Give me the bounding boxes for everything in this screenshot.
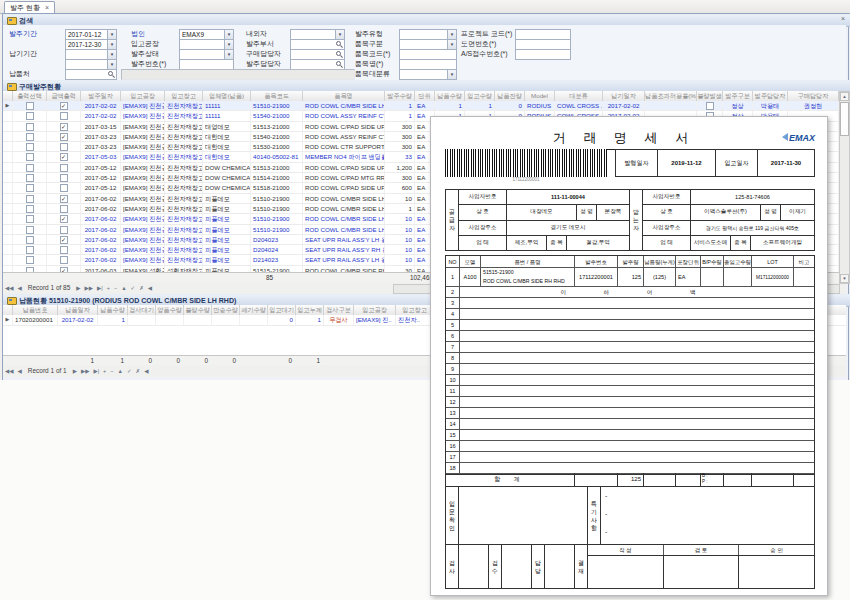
column-header[interactable]: 납품초과허용률(%): [645, 91, 697, 101]
scroll-thumb[interactable]: [840, 102, 849, 136]
column-header[interactable]: 발주구분: [723, 91, 753, 101]
nav-ok-icon[interactable]: ✓: [127, 366, 132, 377]
nav-plus-icon[interactable]: +: [107, 283, 110, 294]
checkbox[interactable]: [26, 256, 34, 264]
checkbox[interactable]: [60, 246, 68, 254]
scroll-up-icon[interactable]: ▲: [840, 92, 849, 101]
nav-plus-icon[interactable]: +: [103, 366, 106, 377]
checkbox[interactable]: [60, 256, 68, 264]
column-header[interactable]: 입고공장: [121, 91, 165, 101]
nav-last-icon[interactable]: ▶|: [93, 366, 99, 377]
column-header[interactable]: 검사대기: [128, 305, 156, 315]
checkbox[interactable]: ✓: [60, 153, 68, 161]
dropdown-icon[interactable]: ▾: [224, 40, 233, 49]
nav-left-icon[interactable]: ◀: [148, 283, 152, 294]
dropdown-icon[interactable]: ▾: [335, 30, 344, 39]
checkbox[interactable]: [60, 226, 68, 234]
column-header[interactable]: 납품수량: [435, 91, 465, 101]
dropdown-icon[interactable]: ▾: [107, 30, 116, 39]
checkbox[interactable]: [26, 133, 34, 141]
column-header[interactable]: 납기일자: [603, 91, 645, 101]
panel-close-icon[interactable]: ×: [841, 15, 845, 22]
column-header[interactable]: 출력선택: [13, 91, 47, 101]
column-header[interactable]: [3, 305, 13, 315]
dropdown-icon[interactable]: ▾: [224, 30, 233, 39]
column-header[interactable]: 발주일자: [81, 91, 121, 101]
checkbox[interactable]: [26, 143, 34, 151]
nav-ok-icon[interactable]: ✓: [131, 283, 136, 294]
nav-last-icon[interactable]: ▶|: [97, 283, 103, 294]
nav-next-icon[interactable]: ▶: [76, 283, 80, 294]
nav-left-icon[interactable]: ◀: [144, 366, 148, 377]
column-header[interactable]: Model: [525, 91, 555, 101]
checkbox[interactable]: ✓: [60, 133, 68, 141]
column-header[interactable]: 입고수량: [465, 91, 495, 101]
column-header[interactable]: 대분류: [555, 91, 603, 101]
nav-prev-icon[interactable]: ◀: [17, 283, 21, 294]
column-header[interactable]: [3, 91, 13, 101]
nav-cancel-icon[interactable]: ✗: [136, 366, 141, 377]
nav-edit-icon[interactable]: ▲: [121, 283, 126, 294]
supplier-input[interactable]: [65, 69, 117, 80]
column-header[interactable]: 입고창고: [165, 91, 203, 101]
checkbox[interactable]: [26, 236, 34, 244]
checkbox[interactable]: [60, 205, 68, 213]
column-header[interactable]: 금액출력: [47, 91, 81, 101]
column-header[interactable]: 구매담당자: [788, 91, 839, 101]
column-header[interactable]: 불량발생: [697, 91, 723, 101]
nav-minus-icon[interactable]: −: [110, 366, 113, 377]
column-header[interactable]: 폐기수량: [240, 305, 268, 315]
nav-cancel-icon[interactable]: ✗: [139, 283, 144, 294]
column-header[interactable]: 입고공장: [354, 305, 396, 315]
checkbox[interactable]: [26, 226, 34, 234]
column-header[interactable]: 납품수량: [98, 305, 128, 315]
nav-first-icon[interactable]: ◀◀: [5, 366, 13, 377]
column-header[interactable]: 품목명: [303, 91, 385, 101]
checkbox[interactable]: [26, 123, 34, 131]
tab-close-icon[interactable]: ×: [45, 4, 49, 11]
nav-first-icon[interactable]: ◀◀: [5, 283, 13, 294]
checkbox[interactable]: [60, 112, 68, 120]
checkbox[interactable]: ✓: [60, 215, 68, 223]
dropdown-icon[interactable]: ▾: [224, 50, 233, 59]
column-header[interactable]: 납품잔량: [495, 91, 525, 101]
nav-prev-icon[interactable]: ◀: [17, 366, 21, 377]
as-no-input[interactable]: [515, 49, 571, 60]
table-row[interactable]: ▶✓2017-02-02[EMAX9] 진천공장1진천자재창고111115151…: [3, 101, 839, 111]
dropdown-icon[interactable]: ▾: [447, 30, 456, 39]
column-header[interactable]: 불량수량: [184, 305, 212, 315]
checkbox[interactable]: [26, 246, 34, 254]
checkbox[interactable]: ✓: [60, 102, 68, 110]
search-icon[interactable]: [336, 61, 343, 68]
nav-minus-icon[interactable]: −: [114, 283, 117, 294]
checkbox[interactable]: ✓: [60, 236, 68, 244]
checkbox[interactable]: [26, 184, 34, 192]
scroll-down-icon[interactable]: ▼: [840, 274, 849, 283]
checkbox[interactable]: [60, 174, 68, 182]
column-header[interactable]: 납품일자: [58, 305, 98, 315]
column-header[interactable]: 반송수량: [212, 305, 240, 315]
checkbox[interactable]: [60, 184, 68, 192]
dropdown-icon[interactable]: ▾: [447, 70, 456, 79]
checkbox[interactable]: [26, 102, 34, 110]
search-icon[interactable]: [336, 51, 343, 58]
dropdown-icon[interactable]: ▾: [107, 60, 116, 69]
search-icon[interactable]: [336, 41, 343, 48]
checkbox[interactable]: [60, 164, 68, 172]
nav-nnext-icon[interactable]: ▶▶: [81, 366, 89, 377]
checkbox[interactable]: [26, 215, 34, 223]
dropdown-icon[interactable]: ▾: [107, 50, 116, 59]
checkbox[interactable]: [26, 153, 34, 161]
checkbox[interactable]: [60, 143, 68, 151]
column-header[interactable]: 발주담당자: [753, 91, 788, 101]
dropdown-icon[interactable]: ▾: [447, 40, 456, 49]
checkbox[interactable]: [26, 205, 34, 213]
checkbox[interactable]: [26, 164, 34, 172]
column-header[interactable]: 업체명(납품): [203, 91, 251, 101]
checkbox[interactable]: ✓: [60, 195, 68, 203]
column-header[interactable]: 입고창고: [396, 305, 434, 315]
column-header[interactable]: 양품수량: [156, 305, 184, 315]
checkbox[interactable]: [26, 112, 34, 120]
column-header[interactable]: 입고대기: [268, 305, 296, 315]
nav-edit-icon[interactable]: ▲: [118, 366, 123, 377]
